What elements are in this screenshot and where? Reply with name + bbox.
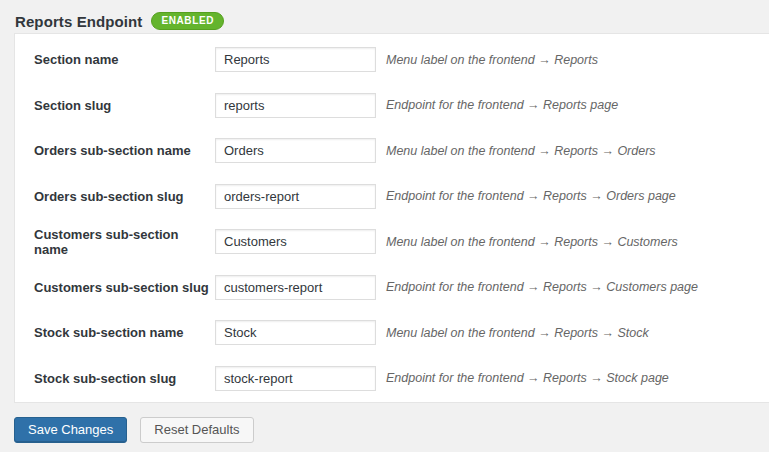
- field-description: Menu label on the frontend → Reports → O…: [386, 144, 656, 158]
- text-input[interactable]: [215, 229, 376, 254]
- field-description: Menu label on the frontend → Reports: [386, 53, 598, 67]
- text-input[interactable]: [215, 320, 376, 345]
- form-row: Stock sub-section name Menu label on the…: [15, 310, 769, 356]
- text-input[interactable]: [215, 47, 376, 72]
- field-description: Endpoint for the frontend → Reports → Cu…: [386, 280, 698, 294]
- form-row: Stock sub-section slug Endpoint for the …: [15, 356, 769, 402]
- field-label: Stock sub-section name: [34, 325, 215, 340]
- field-description: Menu label on the frontend → Reports → S…: [386, 326, 649, 340]
- form-row: Section name Menu label on the frontend …: [15, 37, 769, 83]
- settings-panel: Section name Menu label on the frontend …: [14, 33, 769, 403]
- text-input[interactable]: [215, 366, 376, 391]
- form-row: Section slug Endpoint for the frontend →…: [15, 83, 769, 129]
- field-label: Orders sub-section name: [34, 143, 215, 158]
- field-description: Endpoint for the frontend → Reports → St…: [386, 371, 669, 385]
- status-badge: ENABLED: [151, 12, 224, 30]
- form-row: Customers sub-section slug Endpoint for …: [15, 265, 769, 311]
- field-description: Endpoint for the frontend → Reports → Or…: [386, 189, 676, 203]
- field-label: Stock sub-section slug: [34, 371, 215, 386]
- text-input[interactable]: [215, 93, 376, 118]
- page-title: Reports Endpoint: [15, 13, 142, 30]
- settings-page: Reports Endpoint ENABLED Section name Me…: [0, 0, 769, 452]
- action-bar: Save Changes Reset Defaults: [14, 417, 254, 443]
- form-row: Orders sub-section name Menu label on th…: [15, 128, 769, 174]
- reset-defaults-button[interactable]: Reset Defaults: [140, 417, 253, 443]
- page-header: Reports Endpoint ENABLED: [0, 0, 769, 33]
- text-input[interactable]: [215, 184, 376, 209]
- field-label: Section slug: [34, 98, 215, 113]
- text-input[interactable]: [215, 275, 376, 300]
- form-row: Customers sub-section name Menu label on…: [15, 219, 769, 265]
- form-row: Orders sub-section slug Endpoint for the…: [15, 174, 769, 220]
- field-label: Orders sub-section slug: [34, 189, 215, 204]
- field-label: Customers sub-section name: [34, 227, 215, 257]
- text-input[interactable]: [215, 138, 376, 163]
- field-description: Endpoint for the frontend → Reports page: [386, 98, 618, 112]
- field-description: Menu label on the frontend → Reports → C…: [386, 235, 678, 249]
- field-label: Customers sub-section slug: [34, 280, 215, 295]
- field-label: Section name: [34, 52, 215, 67]
- save-button[interactable]: Save Changes: [14, 417, 127, 443]
